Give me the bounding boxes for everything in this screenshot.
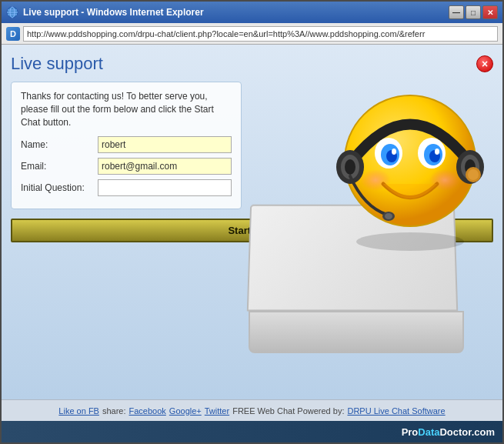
mascot-area [249, 107, 487, 353]
svg-point-14 [468, 169, 479, 180]
page-title: Live support [11, 54, 103, 74]
browser-icon [6, 6, 18, 18]
svg-point-16 [385, 213, 392, 219]
browser-logo-icon: D [6, 27, 20, 41]
name-label: Name: [21, 139, 98, 150]
name-row: Name: [21, 136, 232, 153]
dialog-close-button[interactable]: × [476, 55, 493, 72]
address-bar: D [2, 23, 502, 45]
share-label: share: [102, 406, 126, 416]
like-fb-link[interactable]: Like on FB [58, 406, 99, 416]
content-area: Live support × Thanks for contacting us!… [2, 45, 502, 399]
laptop-base [249, 311, 464, 353]
svg-point-24 [435, 149, 439, 155]
window-close-button[interactable]: ✕ [482, 5, 498, 19]
title-bar: Live support - Windows Internet Explorer… [2, 2, 502, 23]
live-support-header: Live support × [11, 54, 493, 74]
svg-point-20 [392, 149, 396, 155]
form-panel: Thanks for contacting us! To better serv… [11, 82, 242, 209]
svg-point-6 [345, 95, 476, 226]
question-row: Initial Question: [21, 179, 232, 196]
emoji-mascot [333, 84, 487, 253]
svg-point-5 [356, 232, 464, 251]
free-web-chat-text: FREE Web Chat Powered by: [232, 406, 344, 416]
window-controls: — □ ✕ [449, 5, 498, 19]
googleplus-link[interactable]: Google+ [169, 406, 202, 416]
footer: Like on FB share: Facebook Google+ Twitt… [2, 399, 502, 421]
drpu-link[interactable]: DRPU Live Chat Software [347, 406, 445, 416]
facebook-link[interactable]: Facebook [129, 406, 166, 416]
pro-logo: ProDataDoctor.com [402, 426, 495, 438]
pro-bar: ProDataDoctor.com [2, 421, 502, 442]
window-title: Live support - Windows Internet Explorer [23, 7, 444, 18]
maximize-button[interactable]: □ [466, 5, 481, 19]
minimize-button[interactable]: — [449, 5, 464, 19]
svg-point-9 [345, 159, 355, 175]
question-label: Initial Question: [21, 182, 98, 193]
name-input[interactable] [98, 136, 232, 153]
email-input[interactable] [98, 158, 232, 175]
question-input[interactable] [98, 179, 232, 196]
email-label: Email: [21, 161, 98, 172]
address-input[interactable] [23, 26, 498, 42]
browser-window: Live support - Windows Internet Explorer… [0, 0, 504, 444]
twitter-link[interactable]: Twitter [205, 406, 229, 416]
form-description: Thanks for contacting us! To better serv… [21, 90, 232, 129]
email-row: Email: [21, 158, 232, 175]
